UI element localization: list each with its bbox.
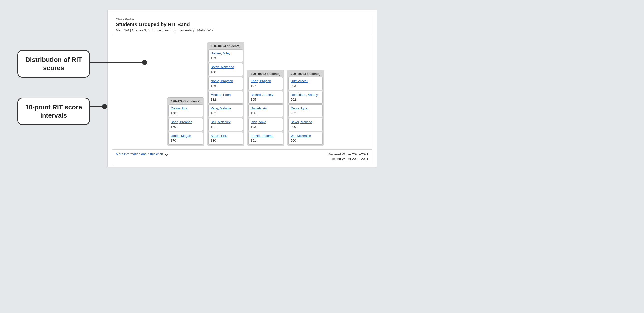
footer-meta: Rostered Winter 2020–2021 Tested Winter … — [328, 152, 368, 161]
student-score: 170 — [171, 138, 201, 143]
student-card[interactable]: Wu, Mckenzie200 — [288, 132, 323, 145]
student-score: 197 — [250, 83, 280, 88]
student-card[interactable]: Rich, Anya193 — [248, 118, 283, 131]
student-card[interactable]: Baker, Melinda200 — [288, 118, 323, 131]
student-score: 193 — [250, 125, 280, 129]
rit-band-column: 200–209 (3 students)Huff, Araceli203Dona… — [287, 70, 324, 146]
student-name-link[interactable]: Rich, Anya — [250, 120, 280, 124]
student-card[interactable]: Huff, Araceli203 — [288, 77, 323, 90]
student-name-link[interactable]: Gross, Lyric — [290, 106, 320, 111]
student-card[interactable]: Bond, Breanna170 — [168, 118, 203, 131]
report-subtitle: Math 3-4 | Grades 3, 4 | Stone Tree Frog… — [116, 28, 368, 32]
report-inner-frame: Class Profile Students Grouped by RIT Ba… — [112, 15, 372, 164]
rostered-term: Rostered Winter 2020–2021 — [328, 152, 368, 157]
band-header: 190–199 (2 students) — [248, 71, 283, 77]
student-card[interactable]: Medina, Eden182 — [208, 91, 243, 103]
more-info-toggle[interactable]: More information about this chart — [116, 152, 168, 156]
student-score: 196 — [250, 111, 280, 115]
student-score: 202 — [290, 97, 320, 102]
student-name-link[interactable]: Holden, Miley — [211, 51, 241, 56]
student-card[interactable]: Bryan, Mckenna188 — [208, 63, 243, 76]
student-name-link[interactable]: Wu, Mckenzie — [290, 134, 320, 138]
report-footer: More information about this chart Roster… — [112, 150, 372, 164]
student-name-link[interactable]: Medina, Eden — [211, 92, 241, 97]
student-name-link[interactable]: Ballard, Aracely — [250, 92, 280, 97]
student-card[interactable]: Vang, Melanie182 — [208, 104, 243, 117]
annotation-callouts: Distribution of RIT scores 10-point RIT … — [18, 50, 107, 125]
student-score: 200 — [290, 125, 320, 129]
student-name-link[interactable]: Huff, Araceli — [290, 79, 320, 83]
callout-intervals: 10-point RIT score intervals — [18, 97, 90, 125]
chevron-down-icon — [165, 153, 168, 155]
tested-term: Tested Winter 2020–2021 — [328, 157, 368, 161]
student-card[interactable]: Holden, Miley189 — [208, 49, 243, 62]
student-card[interactable]: Daniels, Ari196 — [248, 104, 283, 117]
student-score: 189 — [211, 56, 241, 61]
student-card[interactable]: Bell, Mckinley181 — [208, 118, 243, 131]
student-score: 200 — [290, 138, 320, 143]
student-card[interactable]: Collins, Eric178 — [168, 104, 203, 117]
student-name-link[interactable]: Baker, Melinda — [290, 120, 320, 124]
student-score: 180 — [211, 138, 241, 143]
student-score: 182 — [211, 97, 241, 102]
rit-band-column: 190–199 (2 students)Khan, Braylen197Ball… — [247, 70, 284, 146]
class-profile-report: Class Profile Students Grouped by RIT Ba… — [107, 10, 377, 167]
student-name-link[interactable]: Daniels, Ari — [250, 106, 280, 111]
student-score: 188 — [211, 70, 241, 74]
student-name-link[interactable]: Bryan, Mckenna — [211, 65, 241, 69]
report-header: Class Profile Students Grouped by RIT Ba… — [112, 15, 372, 35]
student-score: 195 — [250, 97, 280, 102]
student-score: 170 — [171, 125, 201, 129]
student-score: 191 — [250, 138, 280, 143]
student-card[interactable]: Noble, Braydon186 — [208, 77, 243, 90]
rit-band-column: 180–189 (4 students)Holden, Miley189Brya… — [207, 42, 244, 146]
rit-band-column: 170–179 (5 students)Collins, Eric178Bond… — [167, 97, 204, 146]
student-name-link[interactable]: Collins, Eric — [171, 106, 201, 111]
student-score: 203 — [290, 83, 320, 88]
student-name-link[interactable]: Noble, Braydon — [211, 79, 241, 83]
connector-line — [90, 62, 145, 63]
student-name-link[interactable]: Vang, Melanie — [211, 106, 241, 111]
student-score: 182 — [211, 111, 241, 115]
student-score: 202 — [290, 111, 320, 115]
student-card[interactable]: Ballard, Aracely195 — [248, 91, 283, 103]
callout-distribution: Distribution of RIT scores — [18, 50, 90, 78]
student-name-link[interactable]: Bond, Breanna — [171, 120, 201, 124]
student-score: 178 — [171, 111, 201, 115]
student-score: 181 — [211, 125, 241, 129]
student-name-link[interactable]: Donaldson, Antony — [290, 92, 320, 97]
rit-band-chart: 170–179 (5 students)Collins, Eric178Bond… — [112, 35, 372, 150]
student-name-link[interactable]: Stuart, Erik — [211, 134, 241, 138]
student-card[interactable]: Gross, Lyric202 — [288, 104, 323, 117]
student-card[interactable]: Khan, Braylen197 — [248, 77, 283, 90]
student-card[interactable]: Stuart, Erik180 — [208, 132, 243, 145]
student-name-link[interactable]: Frazier, Paloma — [250, 134, 280, 138]
student-card[interactable]: Jones, Megan170 — [168, 132, 203, 145]
page-title: Students Grouped by RIT Band — [116, 22, 368, 27]
student-score: 186 — [211, 83, 241, 88]
band-header: 200–209 (3 students) — [288, 71, 323, 77]
more-info-label: More information about this chart — [116, 152, 163, 156]
band-header: 180–189 (4 students) — [208, 43, 243, 49]
student-name-link[interactable]: Jones, Megan — [171, 134, 201, 138]
student-card[interactable]: Frazier, Paloma191 — [248, 132, 283, 145]
student-name-link[interactable]: Bell, Mckinley — [211, 120, 241, 124]
breadcrumb: Class Profile — [116, 17, 368, 21]
student-card[interactable]: Donaldson, Antony202 — [288, 91, 323, 103]
band-header: 170–179 (5 students) — [168, 98, 203, 104]
connector-line — [90, 106, 105, 107]
student-name-link[interactable]: Khan, Braylen — [250, 79, 280, 83]
